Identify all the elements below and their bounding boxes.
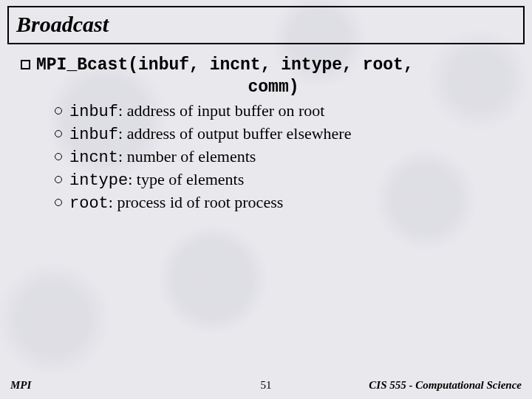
param-item: inbuf: address of output buffer elsewher… — [55, 124, 511, 144]
param-text: incnt: number of elements — [69, 147, 256, 167]
param-item: incnt: number of elements — [55, 147, 511, 167]
circle-bullet-icon — [55, 153, 62, 160]
circle-bullet-icon — [55, 107, 62, 115]
param-name: inbuf — [69, 126, 118, 144]
signature-line1: MPI_Bcast(inbuf, incnt, intype, root, — [36, 55, 414, 76]
param-item: intype: type of elements — [55, 170, 511, 190]
square-bullet-icon — [21, 60, 30, 69]
param-sep: : — [118, 101, 127, 120]
param-desc: process id of root process — [117, 193, 283, 211]
param-sep: : — [109, 193, 117, 211]
footer-right: CIS 555 - Computational Science — [369, 379, 522, 392]
param-name: inbuf — [69, 103, 118, 121]
param-text: inbuf: address of output buffer elsewher… — [69, 124, 351, 144]
param-text: inbuf: address of input buffer on root — [69, 101, 324, 121]
param-desc: address of input buffer on root — [127, 101, 325, 120]
circle-bullet-icon — [55, 130, 62, 137]
param-sep: : — [118, 124, 127, 143]
param-text: intype: type of elements — [69, 170, 244, 190]
circle-bullet-icon — [55, 199, 62, 206]
param-name: intype — [69, 171, 128, 190]
title-box: Broadcast — [7, 6, 525, 44]
footer: MPI 51 CIS 555 - Computational Science — [0, 379, 532, 392]
signature-line2: comm) — [35, 78, 511, 97]
content-area: MPI_Bcast(inbuf, incnt, intype, root, co… — [0, 44, 532, 213]
param-name: incnt — [69, 149, 118, 167]
param-sep: : — [128, 170, 137, 188]
param-desc: address of output buffer elsewhere — [127, 124, 352, 143]
param-sep: : — [118, 147, 127, 166]
footer-left: MPI — [10, 379, 31, 392]
param-desc: number of elements — [127, 147, 256, 166]
param-desc: type of elements — [137, 170, 244, 188]
circle-bullet-icon — [55, 176, 62, 183]
footer-page-number: 51 — [261, 379, 272, 392]
slide-title: Broadcast — [16, 12, 516, 37]
param-list: inbuf: address of input buffer on root i… — [55, 101, 511, 213]
param-text: root: process id of root process — [69, 193, 283, 213]
param-item: root: process id of root process — [55, 193, 511, 213]
param-item: inbuf: address of input buffer on root — [55, 101, 511, 121]
signature-row: MPI_Bcast(inbuf, incnt, intype, root, — [21, 55, 511, 76]
param-name: root — [69, 194, 109, 213]
